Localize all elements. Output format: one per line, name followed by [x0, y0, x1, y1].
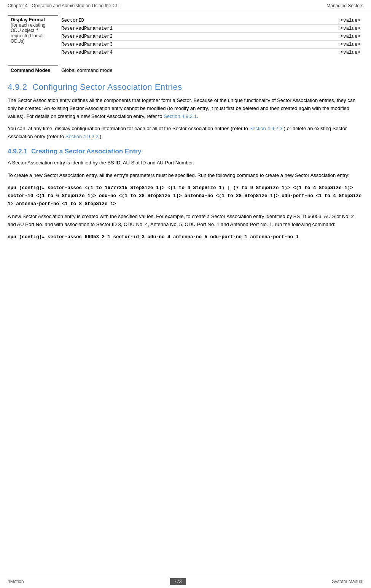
footer-left: 4Motion — [8, 579, 24, 584]
section-4923-link[interactable]: Section 4.9.2.3 — [249, 126, 282, 131]
section-4921-title: Creating a Sector Association Entry — [31, 148, 141, 155]
header-left: Chapter 4 - Operation and Administration… — [8, 3, 119, 8]
command-modes-table: Command Modes Global command mode — [8, 65, 363, 75]
section-492-body2: You can, at any time, display configurat… — [8, 126, 248, 131]
command-modes-title: Command Modes — [11, 68, 50, 73]
command-modes-label: Command Modes — [8, 66, 58, 75]
section-4921-link[interactable]: Section 4.9.2.1 — [164, 113, 197, 119]
param-value: :<value> — [338, 50, 360, 55]
section-4921-para3: A new Sector Association entry is create… — [8, 213, 363, 229]
code-block-2: npu (config)# sector-assoc 66053 2 1 sec… — [8, 233, 363, 241]
display-format-label: Display Format (for each existing ODU ob… — [8, 15, 58, 58]
section-4921-para2: To create a new Sector Association entry… — [8, 172, 363, 180]
command-modes-value: Global command mode — [61, 67, 112, 73]
param-row: ReservedParameter2:<value> — [61, 32, 360, 40]
param-name: ReservedParameter2 — [61, 34, 145, 39]
param-name: SectorID — [61, 18, 145, 23]
display-format-table: Display Format (for each existing ODU ob… — [8, 15, 363, 58]
param-row: ReservedParameter4:<value> — [61, 48, 360, 56]
params-list: SectorID:<value>ReservedParameter1:<valu… — [61, 17, 360, 56]
section-4921-body3: A new Sector Association entry is create… — [8, 214, 354, 227]
param-row: ReservedParameter1:<value> — [61, 24, 360, 32]
footer-page-number: 773 — [170, 578, 185, 585]
display-format-sublabel: (for each existing ODU object if request… — [11, 22, 45, 44]
section-4922-link[interactable]: Section 4.9.2.2 — [65, 134, 99, 139]
section-492-body2-end: ). — [100, 134, 103, 139]
section-4921-heading: 4.9.2.1Creating a Sector Association Ent… — [8, 148, 363, 155]
section-4921-body1: A Sector Association entry is identified… — [8, 160, 194, 166]
display-format-title: Display Format — [11, 17, 45, 22]
section-492-heading: 4.9.2Configuring Sector Association Entr… — [8, 82, 363, 92]
command-modes-content: Global command mode — [58, 66, 363, 75]
section-4921-para1: A Sector Association entry is identified… — [8, 159, 363, 167]
param-value: :<value> — [338, 18, 360, 23]
section-4923-link-text: Section 4.9.2.3 — [249, 126, 282, 131]
code-block-1: npu (config)# sector-assoc <(1 to 167772… — [8, 184, 363, 209]
page-footer: 4Motion 773 System Manual — [0, 575, 371, 588]
header-right: Managing Sectors — [326, 3, 363, 8]
display-format-content: SectorID:<value>ReservedParameter1:<valu… — [58, 15, 363, 58]
section-4921-body2: To create a new Sector Association entry… — [8, 172, 349, 178]
param-value: :<value> — [338, 26, 360, 31]
section-4921-number: 4.9.2.1 — [8, 148, 27, 155]
param-name: ReservedParameter1 — [61, 26, 145, 31]
section-4922-link-text: Section 4.9.2.2 — [65, 134, 99, 139]
param-value: :<value> — [338, 34, 360, 39]
param-name: ReservedParameter3 — [61, 42, 145, 47]
section-492-title: Configuring Sector Association Entries — [32, 82, 182, 92]
param-name: ReservedParameter4 — [61, 50, 145, 55]
section-492-para2: You can, at any time, display configurat… — [8, 125, 363, 141]
section-492-body1-end: . — [197, 113, 198, 119]
page-content: Display Format (for each existing ODU ob… — [0, 11, 371, 269]
param-value: :<value> — [338, 42, 360, 47]
param-row: ReservedParameter3:<value> — [61, 40, 360, 48]
page-header: Chapter 4 - Operation and Administration… — [0, 0, 371, 11]
code-2-text: npu (config)# sector-assoc 66053 2 1 sec… — [8, 234, 299, 240]
param-row: SectorID:<value> — [61, 17, 360, 24]
section-492-number: 4.9.2 — [8, 82, 27, 92]
section-492-para1: The Sector Association entry defines all… — [8, 97, 363, 120]
section-4921-link-text: Section 4.9.2.1 — [164, 113, 197, 119]
footer-right: System Manual — [332, 579, 363, 584]
code-1-text: npu (config)# sector-assoc <(1 to 167772… — [8, 185, 361, 207]
